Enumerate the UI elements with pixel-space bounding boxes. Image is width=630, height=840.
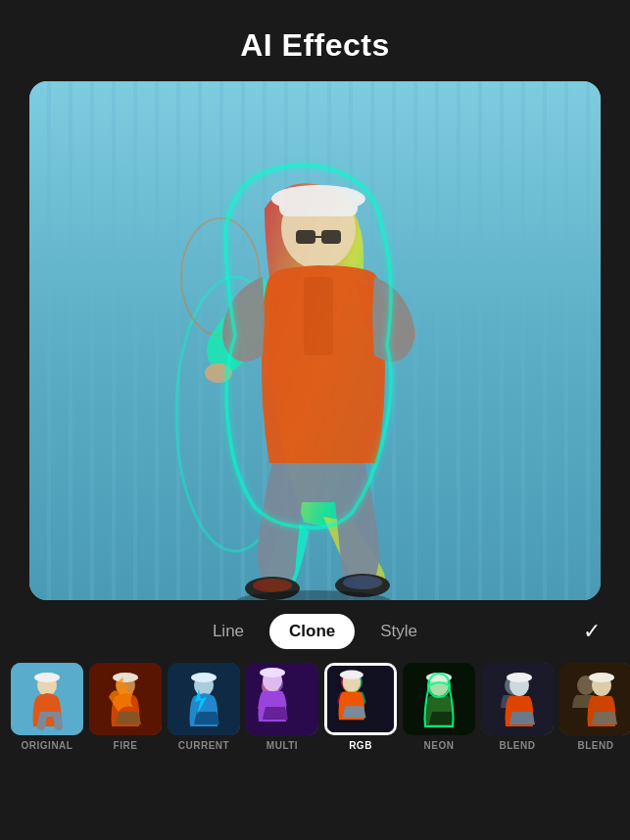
svg-point-12 — [253, 579, 292, 592]
svg-rect-5 — [296, 230, 315, 244]
effect-current[interactable]: CURRENT — [165, 663, 243, 751]
svg-point-17 — [34, 673, 60, 682]
effect-original[interactable]: ORIGINAL — [8, 663, 86, 751]
svg-rect-8 — [304, 277, 333, 355]
tab-clone[interactable]: Clone — [269, 614, 355, 649]
effect-blend1[interactable]: BLEND — [478, 663, 557, 751]
effect-fire[interactable]: FIRE — [86, 663, 165, 751]
effect-fire-label: FIRE — [114, 740, 138, 751]
svg-point-34 — [340, 671, 363, 679]
effect-rgb[interactable]: RGB — [321, 663, 400, 751]
effect-multi-label: MULTI — [267, 740, 298, 751]
effect-rgb-label: RGB — [349, 740, 372, 751]
effect-neon-label: NEON — [424, 740, 455, 751]
effects-strip: ORIGINAL FIRE — [0, 663, 630, 751]
svg-point-28 — [260, 668, 285, 677]
effect-blend2[interactable]: BLEND — [557, 663, 630, 751]
svg-point-42 — [507, 673, 532, 682]
effect-multi[interactable]: MULTI — [243, 663, 321, 751]
main-image-preview — [29, 81, 601, 600]
svg-point-23 — [191, 673, 217, 682]
effect-current-label: CURRENT — [178, 740, 229, 751]
svg-rect-6 — [321, 230, 341, 244]
tab-style[interactable]: Style — [361, 614, 437, 649]
page-title: AI Effects — [240, 27, 390, 64]
effect-neon[interactable]: NEON — [400, 663, 478, 751]
svg-point-13 — [343, 576, 382, 589]
tab-line[interactable]: Line — [193, 614, 264, 649]
svg-point-20 — [113, 673, 138, 682]
effect-original-label: ORIGINAL — [22, 740, 73, 751]
svg-point-46 — [589, 673, 614, 682]
effect-blend2-label: BLEND — [578, 740, 614, 751]
confirm-button[interactable]: ✓ — [583, 619, 601, 644]
svg-rect-4 — [279, 189, 358, 216]
tabs-row: Line Clone Style ✓ — [0, 614, 630, 649]
effect-blend1-label: BLEND — [500, 740, 536, 751]
